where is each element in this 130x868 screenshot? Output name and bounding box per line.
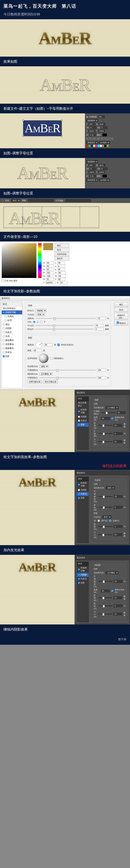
m-input[interactable] bbox=[58, 275, 66, 277]
new-color-swatch[interactable] bbox=[43, 243, 53, 250]
caption-4: 如图–调整字母位置 bbox=[0, 188, 130, 198]
g-input[interactable] bbox=[46, 275, 54, 277]
layer-style-dialog[interactable]: 图层样式 样式 混合选项:默认 斜面和浮雕 等高线 纹理 描边 内阴影 内发光 … bbox=[0, 296, 130, 390]
dialog-title: 图层样式 bbox=[0, 296, 130, 301]
caption-6: 给文字加投影–参数如图 bbox=[0, 286, 130, 296]
color-lib-button[interactable]: 颜色库 bbox=[55, 256, 69, 260]
warp-style[interactable]: 自定 bbox=[11, 199, 20, 202]
depth-input[interactable] bbox=[97, 317, 106, 320]
caption-2: 新建文件–建立文字（如图）–字母用数值分开 bbox=[0, 104, 130, 113]
b-input[interactable] bbox=[46, 268, 54, 271]
c-input[interactable] bbox=[58, 271, 66, 274]
strike-btn[interactable]: Ŧ bbox=[111, 137, 113, 140]
font-size[interactable] bbox=[89, 123, 95, 125]
highlight-mode[interactable]: 滤色 bbox=[39, 365, 48, 368]
hue-slider[interactable] bbox=[38, 243, 42, 278]
k-input[interactable] bbox=[60, 281, 67, 284]
inner-glow-dialog[interactable]: 图层样式 样式 斜面和浮雕 内阴影 内发光 投影 内发光 结构 混合模式(B):… bbox=[75, 471, 129, 545]
bend-input[interactable] bbox=[28, 199, 54, 202]
letter-r: R bbox=[79, 28, 91, 48]
hdist-input[interactable] bbox=[65, 199, 91, 202]
kern-icon: VA bbox=[86, 127, 89, 129]
amber-glow-preview: AMBER bbox=[19, 475, 56, 489]
color-picker-dialog[interactable]: 只有 Web 颜色 确定 取消 添加到色板 颜色库 H:L: S:a: B:b:… bbox=[0, 242, 130, 286]
kerning[interactable] bbox=[90, 126, 96, 129]
s-input[interactable] bbox=[46, 265, 54, 268]
gloss-contour[interactable] bbox=[39, 353, 48, 363]
letter-b: B bbox=[61, 28, 72, 48]
warp-toolbar[interactable]: ⬚ 变形:自定 弯曲: 水平扭曲: bbox=[0, 198, 130, 203]
vscale[interactable] bbox=[89, 130, 95, 132]
leading[interactable] bbox=[99, 123, 105, 125]
a-input[interactable] bbox=[58, 265, 65, 268]
swatches-strip[interactable] bbox=[86, 145, 129, 147]
page-title: 菜鸟一起飞，百天变大师 第八话 bbox=[3, 3, 76, 9]
size-slider[interactable] bbox=[36, 325, 94, 326]
baseline-icon: Aª bbox=[86, 134, 88, 136]
soft-slider[interactable] bbox=[36, 329, 94, 330]
cancel-button[interactable]: 取消 bbox=[55, 248, 69, 252]
style-list[interactable]: 样式 混合选项:默认 斜面和浮雕 等高线 纹理 描边 内阴影 内发光 光泽 颜色… bbox=[2, 302, 22, 388]
leading-icon: ⬍ bbox=[96, 123, 98, 125]
menu-icon[interactable]: ▤ bbox=[86, 116, 88, 118]
global-light[interactable] bbox=[57, 344, 60, 346]
web-only-check[interactable] bbox=[2, 279, 4, 281]
set-default[interactable]: 设置为默认值 bbox=[27, 380, 42, 384]
alt-input[interactable] bbox=[33, 349, 42, 352]
size-input[interactable] bbox=[95, 324, 104, 327]
warp-grid[interactable]: AMBER bbox=[3, 207, 99, 228]
ok-button[interactable]: 确定 bbox=[114, 302, 128, 307]
y-input[interactable] bbox=[58, 278, 65, 281]
hscale[interactable] bbox=[98, 130, 105, 132]
hero-canvas: AMBER bbox=[0, 19, 130, 57]
bevel-tech[interactable]: 平滑 bbox=[36, 313, 45, 316]
baseline[interactable] bbox=[89, 133, 96, 136]
bevel-style[interactable]: 内斜面 bbox=[36, 309, 46, 312]
sub-btn[interactable]: T₁ bbox=[104, 137, 107, 140]
warp-canvas: AMBER bbox=[0, 203, 130, 232]
l-input[interactable] bbox=[58, 261, 65, 264]
opacity-input[interactable] bbox=[98, 116, 105, 118]
soft-input[interactable] bbox=[95, 328, 104, 331]
font-select[interactable]: 规则圆体 bbox=[86, 119, 98, 122]
aa-check[interactable] bbox=[50, 357, 52, 360]
depth-slider[interactable] bbox=[36, 318, 96, 319]
aa-select[interactable]: aa 锐利 bbox=[99, 141, 110, 144]
character-panel[interactable]: ▤不透明度: 规则圆体 T⬍ VAVA TT Aª颜色: TTTTTtT¹T₁T… bbox=[85, 113, 130, 148]
warp-icon: ⬚ bbox=[2, 199, 3, 202]
bl-input[interactable] bbox=[46, 278, 54, 281]
dir-up[interactable] bbox=[33, 321, 35, 323]
cancel-button[interactable]: 取消 bbox=[114, 308, 128, 312]
ok-button[interactable]: 确定 bbox=[55, 244, 69, 248]
color-field[interactable] bbox=[2, 243, 36, 278]
angle-input[interactable] bbox=[44, 343, 53, 346]
caption-1: 效果如图 bbox=[0, 57, 130, 66]
hex-input[interactable] bbox=[45, 281, 56, 284]
text-selection[interactable]: AMBER bbox=[23, 120, 62, 136]
smallcaps-btn[interactable]: Tt bbox=[97, 137, 100, 140]
dir-down[interactable] bbox=[40, 321, 42, 323]
drop-shadow-dialog[interactable]: 图层样式 样式 混合选项:默认 斜面和浮雕 内阴影 内发光 投影 投影 结构 混… bbox=[75, 391, 129, 452]
caps-btn[interactable]: TT bbox=[92, 137, 96, 140]
r-input[interactable] bbox=[46, 271, 54, 274]
lang-select[interactable]: 美国英语 bbox=[86, 141, 98, 144]
add-swatch-button[interactable]: 添加到色板 bbox=[55, 252, 69, 256]
inner-shadow-dialog[interactable]: 图层样式 样式 斜面和浮雕 内阴影 内发光 投影 内阴影 结构 混合模式(B):… bbox=[75, 556, 129, 624]
new-style-button[interactable]: 新建样式(W)... bbox=[114, 313, 128, 319]
h-input[interactable] bbox=[46, 261, 54, 264]
tracking[interactable] bbox=[101, 126, 107, 129]
text-color-swatch[interactable] bbox=[102, 133, 107, 136]
amber-shadow-preview: AMBER bbox=[19, 395, 56, 408]
vscale-icon: T bbox=[86, 130, 88, 132]
reset-default[interactable]: 复位为默认值 bbox=[43, 380, 58, 384]
super-btn[interactable]: T¹ bbox=[100, 137, 103, 140]
character-panel-2[interactable]: 规则圆体 T⬍ VAVA TT Aª颜色: 美国英语aa 锐利 bbox=[85, 158, 130, 188]
caption-3: 如图–调整字母位置 bbox=[0, 148, 130, 158]
shadow-mode[interactable]: 正片叠底 bbox=[39, 372, 52, 375]
lab-b-input[interactable] bbox=[58, 268, 65, 271]
italic-btn[interactable]: T bbox=[90, 137, 92, 140]
bold-btn[interactable]: T bbox=[86, 137, 89, 140]
angle-ring[interactable] bbox=[36, 341, 43, 348]
footer: 数字典 bbox=[0, 634, 130, 645]
underline-btn[interactable]: T bbox=[108, 137, 110, 140]
